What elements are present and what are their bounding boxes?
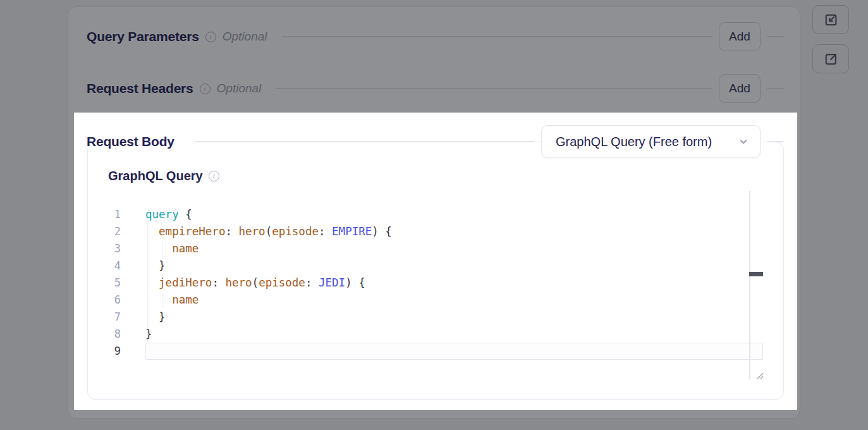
editor-scrollbar-thumb[interactable] [749,272,763,276]
code-line: 3 name [88,240,199,257]
line-number: 3 [88,240,121,257]
code-line: 1query { [88,206,192,223]
section-request-body: Request Body GraphQL Query (Free form) [87,124,784,159]
graphql-query-label: GraphQL Query [108,169,203,183]
dim-overlay [0,410,868,430]
line-number: 2 [88,223,121,240]
chevron-down-icon [737,135,750,148]
line-number: 9 [88,343,121,360]
code-text: } [121,309,166,326]
dim-overlay [0,113,74,410]
request-body-title: Request Body [87,134,174,149]
code-text: query { [121,206,192,223]
code-text: empireHero: hero(episode: EMPIRE) { [121,223,392,240]
code-line: 5 jediHero: hero(episode: JEDI) { [88,274,365,292]
line-number: 4 [88,257,121,274]
code-text [121,343,145,360]
code-text: name [121,292,199,309]
dim-overlay [797,113,868,410]
line-number: 1 [88,206,121,223]
graphql-query-label-row: GraphQL Query i [108,169,219,183]
code-line: 4 } [88,257,166,274]
code-text: } [121,326,152,343]
divider [767,141,784,142]
dim-overlay [0,0,868,113]
graphql-code-editor[interactable]: 1query {2 empireHero: hero(episode: EMPI… [88,206,783,377]
code-text: } [121,257,166,274]
code-line: 2 empireHero: hero(episode: EMPIRE) { [88,223,392,240]
code-line: 9 [88,343,145,360]
line-number: 7 [88,309,121,326]
active-line-highlight [145,343,763,360]
divider [196,141,535,142]
code-text: name [121,240,199,257]
body-type-dropdown-value: GraphQL Query (Free form) [556,135,712,149]
line-number: 6 [88,292,121,309]
line-number: 5 [88,274,121,292]
code-line: 7 } [88,309,166,326]
line-number: 8 [88,326,121,343]
textarea-resize-handle[interactable] [755,371,764,380]
code-text: jediHero: hero(episode: JEDI) { [121,274,365,292]
editor-scrollbar-track [749,191,750,379]
body-type-dropdown[interactable]: GraphQL Query (Free form) [541,125,761,158]
page: Query Parameters i Optional Add Request … [0,0,868,430]
code-line: 6 name [88,292,199,309]
info-icon[interactable]: i [209,171,219,181]
code-line: 8} [88,326,152,343]
